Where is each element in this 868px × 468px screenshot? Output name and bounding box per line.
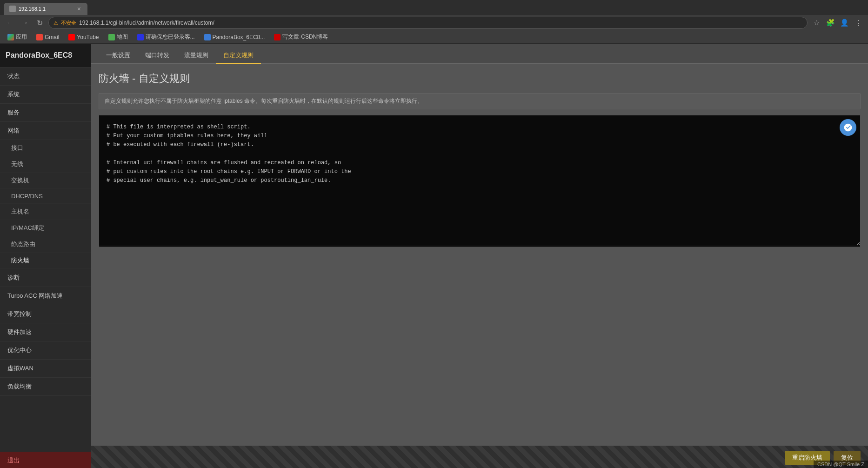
sidebar-item-routes[interactable]: 静态路由 — [0, 236, 91, 253]
pandora-icon — [204, 34, 211, 40]
sidebar-item-system[interactable]: 系统 — [0, 86, 91, 104]
sidebar-item-hwaccel[interactable]: 硬件加速 — [0, 323, 91, 341]
code-editor-wrapper: # This file is interpreted as shell scri… — [99, 115, 861, 247]
sidebar-label-interface: 接口 — [11, 144, 23, 151]
tab-traffic-label: 流量规则 — [184, 52, 208, 59]
bookmark-maps-label: 地图 — [117, 33, 128, 41]
sidebar-item-dhcp[interactable]: DHCP/DNS — [0, 189, 91, 204]
bookmark-youtube-label: YouTube — [77, 34, 99, 40]
sidebar-item-ipmac[interactable]: IP/MAC绑定 — [0, 220, 91, 236]
sidebar-label-dhcp: DHCP/DNS — [11, 193, 43, 200]
sidebar-item-turbo[interactable]: Turbo ACC 网络加速 — [0, 287, 91, 305]
apps-icon — [7, 34, 14, 40]
maps-icon — [108, 34, 115, 40]
sidebar-item-hostname[interactable]: 主机名 — [0, 204, 91, 220]
page-content: 防火墙 - 自定义规则 自定义规则允许您执行不属于防火墙框架的任意 iptabl… — [91, 64, 868, 446]
tab-general[interactable]: 一般设置 — [99, 47, 138, 64]
sidebar-item-bandwidth[interactable]: 带宽控制 — [0, 305, 91, 323]
bookmark-gmail-label: Gmail — [45, 34, 59, 40]
forward-button[interactable]: → — [19, 17, 31, 29]
tab-general-label: 一般设置 — [106, 52, 130, 59]
sidebar-label-services: 服务 — [7, 109, 20, 116]
sidebar-label-status: 状态 — [7, 73, 20, 80]
sidebar: PandoraBox_6EC8 状态 系统 服务 网络 接口 无线 交换机 DH… — [0, 44, 91, 468]
bookmark-baidu[interactable]: 请确保您已登录客... — [134, 32, 199, 42]
address-url: 192.168.1.1/cgi-bin/luci/admin/network/f… — [79, 20, 802, 26]
sidebar-label-vwan: 虚拟WAN — [7, 365, 33, 372]
profile-button[interactable]: 👤 — [838, 17, 850, 29]
bookmark-apps[interactable]: 应用 — [4, 32, 31, 42]
sidebar-label-hostname: 主机名 — [11, 208, 29, 215]
sidebar-label-switch: 交换机 — [11, 177, 29, 184]
bookmark-button[interactable]: ☆ — [810, 17, 822, 29]
main-layout: PandoraBox_6EC8 状态 系统 服务 网络 接口 无线 交换机 DH… — [0, 44, 868, 468]
status-bar: CSDN @QT-Smile Z — [814, 461, 868, 468]
sidebar-label-ipmac: IP/MAC绑定 — [11, 224, 44, 231]
sidebar-label-bandwidth: 带宽控制 — [7, 310, 32, 317]
sidebar-header: PandoraBox_6EC8 — [0, 44, 91, 67]
sidebar-item-switch[interactable]: 交换机 — [0, 173, 91, 189]
bookmark-gmail[interactable]: Gmail — [33, 33, 63, 41]
browser-toolbar: ← → ↻ ⚠ 不安全 192.168.1.1/cgi-bin/luci/adm… — [0, 15, 868, 31]
bookmark-pandora-label: PandoraBox_6EC8... — [213, 34, 265, 40]
insecure-icon: ⚠ — [53, 20, 58, 26]
menu-button[interactable]: ⋮ — [852, 17, 864, 29]
sidebar-item-vwan[interactable]: 虚拟WAN — [0, 360, 91, 378]
tab-custom-label: 自定义规则 — [223, 52, 254, 59]
sidebar-item-optimize[interactable]: 优化中心 — [0, 341, 91, 360]
sidebar-item-status[interactable]: 状态 — [0, 67, 91, 86]
back-button[interactable]: ← — [4, 17, 16, 29]
editor-icon — [840, 119, 856, 136]
sidebar-label-routes: 静态路由 — [11, 241, 35, 247]
sidebar-label-optimize: 优化中心 — [7, 347, 32, 354]
bookmark-baidu-label: 请确保您已登录客... — [146, 33, 195, 41]
sidebar-item-wireless[interactable]: 无线 — [0, 156, 91, 173]
tab-label: 192.168.1.1 — [19, 6, 73, 12]
tab-favicon — [9, 6, 16, 12]
sidebar-label-hwaccel: 硬件加速 — [7, 328, 32, 335]
sidebar-item-lb[interactable]: 负载均衡 — [0, 378, 91, 396]
sidebar-label-firewall: 防火墙 — [11, 257, 29, 264]
sidebar-item-services[interactable]: 服务 — [0, 104, 91, 122]
bookmark-pandora[interactable]: PandoraBox_6EC8... — [200, 33, 269, 41]
tab-custom[interactable]: 自定义规则 — [216, 47, 261, 64]
sidebar-label-wireless: 无线 — [11, 160, 23, 167]
sidebar-label-system: 系统 — [7, 91, 20, 98]
sidebar-label-turbo: Turbo ACC 网络加速 — [7, 292, 63, 299]
sidebar-item-logout[interactable]: 退出 — [0, 452, 91, 468]
toolbar-actions: ☆ 🧩 👤 ⋮ — [810, 17, 864, 29]
bookmark-apps-label: 应用 — [16, 33, 27, 41]
sidebar-item-firewall[interactable]: 防火墙 — [0, 253, 91, 269]
tab-portforward[interactable]: 端口转发 — [138, 47, 177, 64]
bookmark-youtube[interactable]: YouTube — [65, 33, 102, 41]
tabs-bar: 一般设置 端口转发 流量规则 自定义规则 — [91, 44, 868, 64]
tab-traffic[interactable]: 流量规则 — [177, 47, 216, 64]
sidebar-label-logout: 退出 — [7, 457, 20, 464]
info-description: 自定义规则允许您执行不属于防火墙框架的任意 iptables 命令。每次重启防火… — [99, 93, 861, 109]
sidebar-item-network[interactable]: 网络 — [0, 122, 91, 140]
browser-chrome: 192.168.1.1 × ← → ↻ ⚠ 不安全 192.168.1.1/cg… — [0, 0, 868, 31]
bookmark-csdn-label: 写文章-CSDN博客 — [282, 33, 328, 41]
sidebar-item-diagnose[interactable]: 诊断 — [0, 269, 91, 287]
sidebar-item-interface[interactable]: 接口 — [0, 140, 91, 156]
page-title: 防火墙 - 自定义规则 — [99, 72, 861, 86]
address-bar[interactable]: ⚠ 不安全 192.168.1.1/cgi-bin/luci/admin/net… — [48, 17, 808, 29]
bookmark-csdn[interactable]: 写文章-CSDN博客 — [270, 32, 332, 42]
tab-close-button[interactable]: × — [76, 5, 82, 13]
youtube-icon — [68, 34, 75, 40]
active-tab[interactable]: 192.168.1.1 × — [4, 3, 87, 15]
app-title: PandoraBox_6EC8 — [6, 51, 72, 59]
status-text: CSDN @QT-Smile Z — [817, 461, 864, 467]
browser-tabs-bar: 192.168.1.1 × — [0, 0, 868, 15]
reload-button[interactable]: ↻ — [33, 17, 46, 29]
baidu-icon — [137, 34, 144, 40]
code-editor[interactable]: # This file is interpreted as shell scri… — [99, 115, 860, 246]
sidebar-label-diagnose: 诊断 — [7, 274, 20, 281]
tab-portforward-label: 端口转发 — [145, 52, 169, 59]
sidebar-label-network: 网络 — [7, 127, 20, 134]
csdn-icon — [274, 34, 280, 40]
insecure-label: 不安全 — [61, 20, 76, 27]
gmail-icon — [36, 34, 43, 40]
bookmark-maps[interactable]: 地图 — [105, 32, 132, 42]
extensions-button[interactable]: 🧩 — [824, 17, 836, 29]
